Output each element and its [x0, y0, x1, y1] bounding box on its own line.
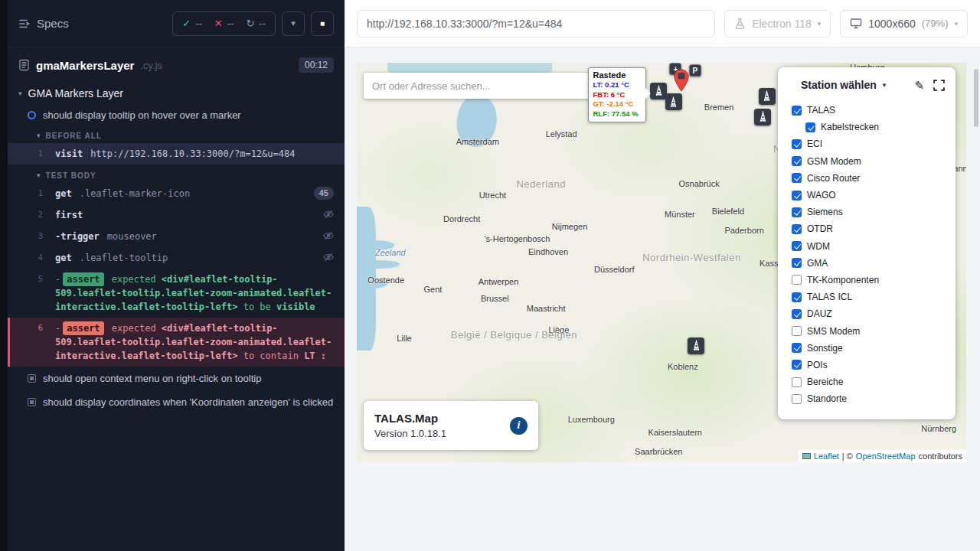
restart-icon: ↻ [246, 18, 254, 29]
command-number: 4 [8, 251, 55, 265]
command-message: mouseover [107, 231, 157, 242]
checkbox[interactable] [792, 173, 802, 183]
chevron-down-icon: ▾ [818, 20, 822, 28]
marker-tooltip[interactable]: Rastede LT: 0.21 °CFBT: 6 °CGT: -2.14 °C… [588, 67, 646, 122]
checkbox-label: TALAS [807, 105, 835, 116]
checkbox[interactable] [792, 156, 802, 166]
before-all-section[interactable]: ▾ BEFORE ALL [8, 125, 345, 143]
pending-test-row[interactable]: should open context menu on right-click … [8, 367, 345, 390]
checkbox-label: POIs [807, 360, 828, 370]
specs-toggle[interactable]: Specs [18, 17, 69, 30]
highlighted-marker[interactable] [673, 69, 690, 92]
checkbox[interactable] [792, 224, 802, 234]
scrollbar-thumb[interactable] [974, 69, 978, 127]
checkbox[interactable] [792, 309, 802, 319]
monitor-icon [850, 18, 862, 29]
chevron-down-icon[interactable]: ▾ [883, 81, 887, 89]
checkbox-label: Standorte [807, 393, 847, 404]
edit-pencil-icon[interactable]: ✎ [914, 80, 924, 91]
assert-text: LT : [304, 350, 326, 361]
chevron-down-icon: ▾ [37, 132, 41, 139]
command-content: -triggermouseover [55, 230, 323, 243]
map-label-town: Nijmegen [552, 222, 587, 231]
osm-link[interactable]: OpenStreetMap [856, 452, 916, 461]
viewport-size: 1000x660 [868, 18, 916, 30]
checkbox[interactable] [792, 191, 802, 201]
test-body-section[interactable]: ▾ TEST BODY [8, 165, 345, 183]
info-icon: i [518, 419, 521, 432]
station-marker[interactable] [759, 88, 776, 105]
checkbox[interactable] [792, 360, 802, 370]
station-checkbox-row: Kabelstrecken [792, 119, 945, 135]
stop-button[interactable]: ■ [311, 11, 334, 36]
map-label-town: Gent [424, 285, 443, 294]
map-label-town: Lille [397, 334, 412, 343]
info-button[interactable]: i [510, 417, 528, 435]
map-label-town: Kaiserslautern [648, 428, 702, 437]
command-first[interactable]: 2first [8, 204, 345, 226]
spec-file-icon [18, 59, 30, 71]
viewport-selector[interactable]: 1000x660 (79%) ▾ [840, 10, 968, 37]
pending-test-row[interactable]: should display coordinates when 'Koordin… [8, 390, 345, 414]
section-label: BEFORE ALL [46, 132, 103, 140]
aut-viewport: HamburgGroningenBremenNiedersachsenHanno… [345, 47, 980, 551]
checkbox[interactable] [792, 207, 802, 217]
checkbox-label: ECI [807, 139, 822, 149]
station-checkbox-row: TALAS [792, 102, 945, 119]
station-checkbox-row: WAGO [792, 187, 945, 204]
suite-row[interactable]: ▾ GMA Markers Layer [8, 81, 345, 106]
leaflet-map[interactable]: HamburgGroningenBremenNiedersachsenHanno… [357, 63, 966, 462]
map-label-town: Osnabrück [679, 179, 720, 188]
checkbox[interactable] [792, 106, 802, 116]
assert-chip: assert [63, 321, 103, 335]
browser-selector[interactable]: Electron 118 ▾ [724, 10, 831, 37]
checkbox[interactable] [792, 326, 802, 336]
expand-icon[interactable] [933, 80, 945, 91]
tooltip-measurement: GT: -2.14 °C [593, 99, 642, 109]
command-assert-failed[interactable]: 6-assert expected <div#leaflet-tooltip-5… [8, 318, 345, 367]
p-marker[interactable]: P [689, 64, 701, 76]
checkbox[interactable] [792, 241, 802, 251]
command-assert-passed[interactable]: 5-assert expected <div#leaflet-tooltip-5… [8, 269, 345, 318]
map-label-town: Bielefeld [712, 207, 744, 216]
command-number: 5 [8, 272, 55, 286]
checkbox[interactable] [792, 394, 802, 404]
checkbox[interactable] [792, 275, 802, 285]
cross-icon: ✕ [214, 18, 223, 29]
search-input[interactable] [364, 73, 618, 99]
command-number: 1 [8, 147, 55, 161]
checkbox[interactable] [792, 292, 802, 302]
checkbox[interactable] [792, 343, 802, 353]
stat-pending: ↻ -- [246, 18, 266, 29]
collapse-button[interactable]: ▾ [282, 11, 305, 36]
map-attribution: Leaflet | © OpenStreetMap contributors [799, 450, 966, 462]
checkbox-label: Kabelstrecken [821, 122, 879, 132]
checkbox[interactable] [805, 122, 815, 132]
station-checkbox-row: TK-Komponenten [792, 272, 945, 289]
command-trigger[interactable]: 3-triggermouseover [8, 226, 345, 247]
command-number: 3 [8, 230, 55, 243]
suite-title: GMA Markers Layer [28, 87, 123, 99]
station-marker[interactable] [688, 337, 704, 354]
command-get[interactable]: 4get.leaflet-tooltip [8, 247, 345, 269]
panel-title[interactable]: Station wählen [801, 79, 877, 91]
checkbox[interactable] [792, 377, 802, 387]
station-marker[interactable] [754, 109, 771, 126]
station-marker[interactable] [665, 93, 682, 110]
checkbox[interactable] [792, 139, 802, 149]
assert-chip: assert [63, 272, 103, 286]
panel-icons: ✎ [914, 80, 945, 91]
command-method: visit [55, 148, 83, 159]
address-bar[interactable] [357, 10, 715, 37]
command-get[interactable]: 1get.leaflet-marker-icon45 [8, 183, 345, 204]
active-test-row[interactable]: should display tooltip on hover over a m… [8, 106, 345, 125]
pending-test-title: should display coordinates when 'Koordin… [43, 396, 333, 408]
checkbox[interactable] [792, 258, 802, 268]
chevron-down-icon: ▾ [954, 20, 958, 28]
checkbox-label: Siemens [807, 207, 843, 217]
tooltip-measurement: FBT: 6 °C [593, 90, 642, 100]
command-visit[interactable]: 1visithttp://192.168.10.33:3000/?m=12&u=… [8, 143, 345, 165]
station-marker[interactable] [650, 83, 667, 99]
map-label-town: Utrecht [479, 191, 506, 200]
leaflet-link[interactable]: Leaflet [814, 452, 839, 461]
